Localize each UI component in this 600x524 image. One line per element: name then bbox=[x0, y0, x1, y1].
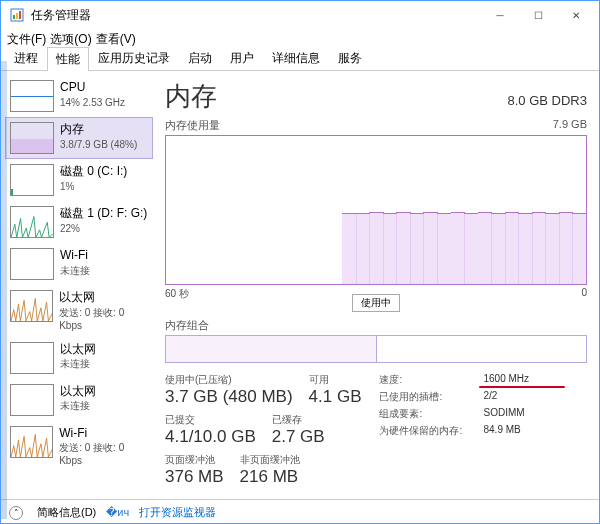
tab-4[interactable]: 用户 bbox=[221, 46, 263, 70]
sidebar-item-sub: 3.8/7.9 GB (48%) bbox=[60, 138, 137, 151]
stat-row: 已使用的插槽:2/2 bbox=[379, 390, 529, 404]
sidebar-item-sub: 未连接 bbox=[60, 264, 90, 277]
sidebar-item-wifi[interactable]: Wi-Fi未连接 bbox=[5, 243, 153, 285]
thumb-wifi bbox=[10, 248, 54, 280]
sidebar-item-sub: 未连接 bbox=[60, 357, 96, 370]
open-resmon-link[interactable]: 打开资源监视器 bbox=[139, 505, 216, 520]
tab-0[interactable]: 进程 bbox=[5, 46, 47, 70]
titlebar: 任务管理器 ─ ☐ ✕ bbox=[1, 1, 599, 29]
sidebar-item-title: 以太网 bbox=[60, 342, 96, 358]
tab-2[interactable]: 应用历史记录 bbox=[89, 46, 179, 70]
sidebar: CPU14% 2.53 GHz内存3.8/7.9 GB (48%)磁盘 0 (C… bbox=[1, 71, 153, 499]
menu-file[interactable]: 文件(F) bbox=[7, 31, 46, 48]
chart-max: 7.9 GB bbox=[553, 118, 587, 133]
chart-mid-label: 使用中 bbox=[352, 294, 400, 312]
sidebar-item-title: Wi-Fi bbox=[60, 248, 90, 264]
thumb-cpu bbox=[10, 80, 54, 112]
sidebar-item-sub: 未连接 bbox=[60, 399, 96, 412]
sidebar-item-cpu[interactable]: CPU14% 2.53 GHz bbox=[5, 75, 153, 117]
stat-cell: 非页面缓冲池216 MB bbox=[240, 453, 300, 487]
menu-view[interactable]: 查看(V) bbox=[96, 31, 136, 48]
slot-1 bbox=[166, 336, 377, 362]
sidebar-item-title: 磁盘 1 (D: F: G:) bbox=[60, 206, 147, 222]
bottom-bar: ˄ 简略信息(D) �ич 打开资源监视器 bbox=[1, 499, 599, 524]
stats-right: 速度:1600 MHz已使用的插槽:2/2组成要素:SODIMM为硬件保留的内存… bbox=[379, 373, 529, 493]
maximize-button[interactable]: ☐ bbox=[519, 4, 557, 26]
sidebar-item-title: 内存 bbox=[60, 122, 137, 138]
memory-slots bbox=[165, 335, 587, 363]
slot-2 bbox=[377, 336, 587, 362]
sidebar-item-eth[interactable]: 以太网发送: 0 接收: 0 Kbps bbox=[5, 285, 153, 337]
sidebar-item-title: 以太网 bbox=[59, 290, 148, 306]
sidebar-item-sub: 发送: 0 接收: 0 Kbps bbox=[59, 441, 148, 467]
thumb-disk bbox=[10, 164, 54, 196]
thumb-disk2 bbox=[10, 206, 54, 238]
stat-cell: 已缓存2.7 GB bbox=[272, 413, 325, 447]
sidebar-item-wifi2[interactable]: Wi-Fi发送: 0 接收: 0 Kbps bbox=[5, 421, 153, 473]
thumb-mem bbox=[10, 122, 54, 154]
app-icon bbox=[9, 7, 25, 23]
sidebar-item-mem[interactable]: 内存3.8/7.9 GB (48%) bbox=[5, 117, 153, 159]
tab-1[interactable]: 性能 bbox=[47, 47, 89, 71]
slots-label: 内存组合 bbox=[165, 318, 587, 333]
page-title: 内存 bbox=[165, 79, 217, 114]
stat-cell: 页面缓冲池376 MB bbox=[165, 453, 224, 487]
sidebar-item-title: Wi-Fi bbox=[59, 426, 148, 442]
sidebar-item-title: 以太网 bbox=[60, 384, 96, 400]
stats-left: 使用中(已压缩)3.7 GB (480 MB)可用4.1 GB已提交4.1/10… bbox=[165, 373, 361, 493]
sidebar-item-eth2[interactable]: 以太网未连接 bbox=[5, 337, 153, 379]
close-button[interactable]: ✕ bbox=[557, 4, 595, 26]
less-details[interactable]: 简略信息(D) bbox=[37, 505, 96, 520]
sidebar-item-sub: 22% bbox=[60, 222, 147, 235]
svg-rect-2 bbox=[16, 13, 18, 19]
stat-cell: 已提交4.1/10.0 GB bbox=[165, 413, 256, 447]
collapse-icon[interactable]: ˄ bbox=[9, 506, 23, 520]
tab-3[interactable]: 启动 bbox=[179, 46, 221, 70]
resmon-icon: �ич bbox=[106, 506, 129, 519]
main-panel: 内存 8.0 GB DDR3 内存使用量 7.9 GB 60 秒 0 使用中 内… bbox=[153, 71, 599, 499]
stat-row: 速度:1600 MHz bbox=[379, 373, 529, 387]
sidebar-item-disk[interactable]: 磁盘 0 (C: I:)1% bbox=[5, 159, 153, 201]
minimize-button[interactable]: ─ bbox=[481, 4, 519, 26]
stat-cell: 可用4.1 GB bbox=[309, 373, 362, 407]
memory-chart bbox=[165, 135, 587, 285]
sidebar-item-disk2[interactable]: 磁盘 1 (D: F: G:)22% bbox=[5, 201, 153, 243]
svg-rect-3 bbox=[19, 11, 21, 19]
thumb-eth bbox=[10, 290, 53, 322]
menu-options[interactable]: 选项(O) bbox=[50, 31, 91, 48]
sidebar-item-title: 磁盘 0 (C: I:) bbox=[60, 164, 127, 180]
svg-rect-1 bbox=[13, 15, 15, 19]
sidebar-item-sub: 发送: 0 接收: 0 Kbps bbox=[59, 306, 148, 332]
stat-cell: 使用中(已压缩)3.7 GB (480 MB) bbox=[165, 373, 293, 407]
window-title: 任务管理器 bbox=[31, 7, 91, 24]
sidebar-item-eth3[interactable]: 以太网未连接 bbox=[5, 379, 153, 421]
sidebar-item-title: CPU bbox=[60, 80, 125, 96]
stat-row: 组成要素:SODIMM bbox=[379, 407, 529, 421]
sidebar-item-sub: 1% bbox=[60, 180, 127, 193]
chart-label: 内存使用量 bbox=[165, 118, 220, 133]
sidebar-item-sub: 14% 2.53 GHz bbox=[60, 96, 125, 109]
tab-6[interactable]: 服务 bbox=[329, 46, 371, 70]
page-subtitle: 8.0 GB DDR3 bbox=[508, 93, 587, 108]
thumb-wifi2 bbox=[10, 426, 53, 458]
thumb-eth2 bbox=[10, 342, 54, 374]
stat-row: 为硬件保留的内存:84.9 MB bbox=[379, 424, 529, 438]
thumb-eth3 bbox=[10, 384, 54, 416]
tab-5[interactable]: 详细信息 bbox=[263, 46, 329, 70]
tabs: 进程性能应用历史记录启动用户详细信息服务 bbox=[1, 49, 599, 71]
